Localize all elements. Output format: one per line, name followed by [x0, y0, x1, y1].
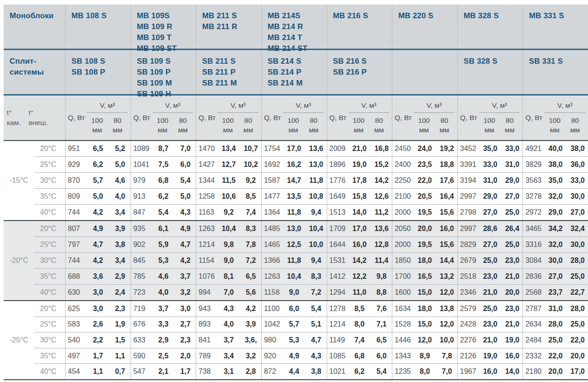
model-cell: MB 331 S: [522, 5, 588, 49]
v100-value: 20,0: [413, 225, 436, 233]
data-cell: 177617,814,2: [327, 173, 392, 188]
v80-value: 2,3: [110, 305, 131, 313]
v100-value: 4,9: [86, 225, 110, 233]
q-watt-header: Q, Вт: [262, 114, 283, 122]
v100-value: 11,8: [283, 256, 306, 265]
v100-value: 20,0: [544, 367, 567, 376]
model-name: MB 211 S: [202, 10, 261, 21]
q-value: 2679: [458, 256, 479, 265]
q-value: 2829: [458, 241, 479, 249]
q-value: 1634: [392, 305, 413, 313]
data-cell: 170016,513,2: [392, 269, 457, 284]
v100-value: 4,9: [283, 352, 306, 360]
data-cell: 146512,510,0: [261, 237, 327, 252]
data-cell: 283627,025,0: [522, 269, 588, 284]
q-value: 1076: [196, 272, 217, 281]
v80-value: 28,0: [567, 256, 588, 265]
v100-value: 6,5: [86, 145, 110, 153]
q-value: 454: [66, 367, 86, 376]
v80-value: 3,8: [306, 367, 327, 376]
volume-header: V, м³: [87, 101, 128, 113]
v80-value: 0,7: [110, 367, 131, 376]
q-value: 1470: [196, 145, 217, 153]
v80-value: 16,0: [502, 352, 523, 360]
v100-value: 31,0: [544, 305, 567, 313]
data-cell: 134411,59,2: [196, 173, 261, 188]
data-cell: 158714,711,8: [261, 173, 327, 188]
v80-value: 8,5: [240, 192, 261, 201]
q-watt-header: Q, Вт: [392, 114, 414, 122]
v80-value: 21,0: [502, 320, 523, 328]
model-name: MB 109 R: [137, 21, 196, 32]
v100-value: 10,4: [283, 272, 306, 281]
q-value: 1263: [262, 272, 283, 281]
ambient-temp-label: 35°C: [34, 189, 65, 204]
data-cell: 492140,038,0: [522, 141, 588, 156]
v100-value: 16,5: [413, 272, 436, 281]
v80-value: 9,2: [240, 176, 261, 185]
q-value: 1294: [327, 288, 348, 297]
q-watt-header: Q, Вт: [196, 114, 218, 122]
q-value: 2997: [458, 225, 479, 233]
q-value: 744: [66, 256, 86, 265]
v80-value: 25,0: [567, 272, 588, 281]
v80-value: 9,8: [371, 272, 392, 281]
diameter-100-header-line2: мм: [419, 126, 429, 134]
data-cell: 126310,48,3: [261, 269, 327, 284]
v80-value: 3,8: [110, 241, 131, 249]
v100-value: 9,8: [217, 241, 240, 249]
v100-value: 24,0: [413, 145, 436, 153]
v80-value: 18,8: [436, 161, 457, 169]
data-cell: 144612,010,0: [392, 332, 457, 348]
diameter-80-header-line2: мм: [374, 126, 384, 134]
v100-value: 29,0: [478, 192, 502, 201]
q-value: 809: [66, 192, 86, 201]
q-value: 2997: [458, 192, 479, 201]
volume-header-block: V, м³100мм80мм: [87, 101, 131, 135]
v100-value: 3,0: [86, 305, 110, 313]
v100-value: 23,7: [544, 288, 567, 297]
model-cell: SB 214 SSB 214 PSB 214 M: [261, 50, 327, 94]
volume-header: V, м³: [152, 101, 193, 113]
diameter-80-header-line1: 80: [506, 116, 513, 124]
data-cell: 8475,44,3: [131, 205, 196, 220]
diameter-80-header-line1: 80: [244, 116, 252, 124]
diameter-100-header-line2: мм: [223, 126, 233, 134]
data-cell: 8724,43,8: [261, 364, 327, 379]
data-cell: 200019,515,6: [392, 205, 457, 220]
ambient-temp-label: 25°C: [34, 237, 65, 252]
data-cell: 129411,08,8: [327, 285, 392, 300]
model-name: SB 109 P: [137, 67, 196, 78]
v80-value: 11,4: [371, 256, 392, 265]
data-cell: 163418,013,8: [392, 301, 457, 317]
data-cell: 9947,05,6: [196, 285, 261, 300]
data-cell: 11549,07,2: [196, 253, 261, 268]
q-value: 1214: [327, 320, 348, 328]
v100-value: 11,0: [348, 288, 371, 297]
q-value: 845: [131, 256, 152, 265]
volume-header-block: V, м³100мм80мм: [349, 101, 392, 135]
model-name: SB 214 S: [268, 56, 327, 67]
volume-header: V, м³: [349, 101, 390, 113]
v80-value: 15,6: [436, 241, 457, 249]
data-cell: 256823,722,7: [522, 285, 588, 300]
q-value: 1366: [262, 256, 283, 265]
pipe-diameter-headers: 100мм80мм: [283, 116, 324, 135]
data-cell: 141212,29,8: [327, 269, 392, 284]
data-cell: 136611,89,4: [261, 253, 327, 268]
data-cell: 267925,023,0: [457, 253, 523, 268]
group-rows: 20°C6253,02,37193,73,09434,34,211006,05,…: [34, 301, 588, 379]
diameter-80-header-line1: 80: [375, 116, 383, 124]
q-value: 1896: [327, 161, 348, 169]
q-value: 1700: [392, 272, 413, 281]
q-value: 913: [131, 192, 152, 201]
v100-value: 28,0: [544, 320, 567, 328]
diameter-100-header: 100мм: [87, 116, 107, 135]
group-rows: 20°C9516,55,210898,77,0147013,410,717541…: [34, 141, 588, 220]
data-cell: 6253,02,3: [65, 301, 131, 317]
model-cell: MB 216 S: [327, 5, 392, 49]
diameter-100-header-line2: мм: [289, 126, 298, 134]
q-value: 1477: [262, 192, 283, 201]
data-cell: 12788,57,6: [327, 301, 392, 317]
table-row: 35°C6883,62,97854,63,710768,16,5126310,4…: [34, 268, 588, 284]
